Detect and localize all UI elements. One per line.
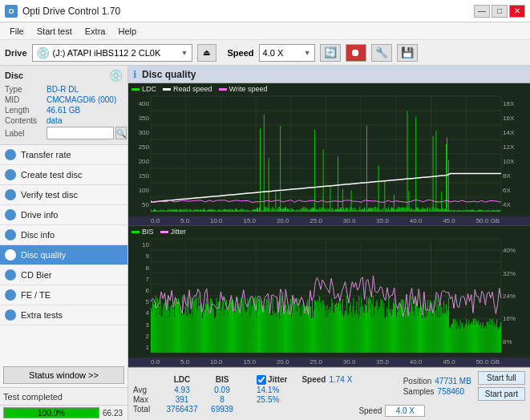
legend-read-speed: Read speed bbox=[163, 85, 212, 93]
start-part-button[interactable]: Start part bbox=[478, 387, 525, 401]
sidebar-item-cd-bier[interactable]: CD Bier bbox=[0, 265, 127, 285]
sidebar-item-disc-info[interactable]: Disc info bbox=[0, 225, 127, 245]
bis-legend-text: BIS bbox=[142, 228, 154, 236]
close-button[interactable]: ✕ bbox=[509, 5, 525, 18]
jitter-checkbox[interactable] bbox=[257, 375, 266, 385]
total-bis: 69939 bbox=[202, 405, 242, 414]
create-test-icon bbox=[5, 169, 16, 180]
chart2-area: BIS Jitter bbox=[128, 226, 530, 357]
title-bar-left: O Opti Drive Control 1.70 bbox=[5, 5, 120, 18]
verify-test-label: Verify test disc bbox=[21, 190, 78, 200]
speed-value: 4.0 X bbox=[263, 48, 301, 58]
sidebar-item-extra-tests[interactable]: Extra tests bbox=[0, 305, 127, 325]
menu-file[interactable]: File bbox=[3, 25, 30, 38]
speed-selector[interactable]: 4.0 X ▼ bbox=[259, 44, 315, 62]
sidebar-item-transfer-rate[interactable]: Transfer rate bbox=[0, 145, 127, 165]
settings-button[interactable]: 🔧 bbox=[371, 44, 392, 62]
disc-info-icon bbox=[5, 229, 16, 240]
legend-bis: BIS bbox=[131, 228, 154, 236]
disc-contents-row: Contents data bbox=[5, 116, 123, 125]
eject-button[interactable]: ⏏ bbox=[197, 44, 216, 62]
sidebar-item-disc-quality[interactable]: Disc quality bbox=[0, 245, 127, 265]
drive-selector[interactable]: 💿 (J:) ATAPI iHBS112 2 CL0K ▼ bbox=[32, 44, 192, 62]
progress-bar-container: 100.0% bbox=[3, 407, 99, 418]
samples-value: 758460 bbox=[438, 387, 464, 396]
fe-te-icon bbox=[5, 289, 16, 301]
progress-text: 100.0% bbox=[4, 408, 99, 419]
menu-extra[interactable]: Extra bbox=[79, 25, 112, 38]
record-button[interactable]: ⏺ bbox=[346, 44, 366, 62]
chart2-x-axis: 0.0 5.0 10.0 15.0 20.0 25.0 30.0 35.0 40… bbox=[128, 357, 530, 366]
verify-test-icon bbox=[5, 189, 16, 200]
chart1-wrapper: LDC Read speed Write speed bbox=[128, 83, 530, 226]
drive-info-icon bbox=[5, 209, 16, 220]
disc-info-label: Disc info bbox=[21, 230, 55, 240]
sidebar-item-verify-test-disc[interactable]: Verify test disc bbox=[0, 185, 127, 205]
status-window-button[interactable]: Status window >> bbox=[3, 366, 124, 384]
max-bis: 8 bbox=[202, 395, 242, 404]
start-full-button[interactable]: Start full bbox=[478, 371, 525, 385]
menu-start-test[interactable]: Start test bbox=[30, 25, 79, 38]
disc-type-row: Type BD-R DL bbox=[5, 85, 123, 94]
refresh-button[interactable]: 🔄 bbox=[320, 44, 341, 62]
status-right-value: 66.23 bbox=[103, 409, 123, 418]
menu-help[interactable]: Help bbox=[111, 25, 143, 38]
speed-dropdown-label: Speed bbox=[358, 406, 382, 415]
save-button[interactable]: 💾 bbox=[397, 44, 418, 62]
disc-mid-label: MID bbox=[5, 95, 47, 104]
disc-mid-value: CMCMAGDI6 (000) bbox=[47, 95, 116, 104]
disc-quality-header: ℹ Disc quality bbox=[128, 66, 530, 83]
extra-tests-icon bbox=[5, 309, 16, 321]
ldc-legend-dot bbox=[131, 88, 140, 91]
chart1-area: LDC Read speed Write speed bbox=[128, 83, 530, 216]
disc-mid-row: MID CMCMAGDI6 (000) bbox=[5, 95, 123, 104]
sidebar-item-drive-info[interactable]: Drive info bbox=[0, 205, 127, 225]
chart2-canvas bbox=[128, 226, 530, 356]
status-text: Test completed bbox=[3, 392, 63, 402]
disc-quality-title: Disc quality bbox=[142, 69, 196, 80]
nav-items: Transfer rate Create test disc Verify te… bbox=[0, 145, 127, 363]
sidebar-item-create-test-disc[interactable]: Create test disc bbox=[0, 165, 127, 185]
disc-label-row: Label 🔍 bbox=[5, 127, 123, 139]
disc-icon: 💿 bbox=[109, 69, 123, 82]
app-title: Opti Drive Control 1.70 bbox=[22, 6, 120, 17]
cd-bier-label: CD Bier bbox=[21, 270, 52, 280]
disc-quality-header-icon: ℹ bbox=[133, 69, 137, 80]
minimize-button[interactable]: — bbox=[474, 5, 490, 18]
ldc-legend-text: LDC bbox=[142, 85, 156, 93]
drive-value: (J:) ATAPI iHBS112 2 CL0K bbox=[53, 48, 178, 58]
disc-length-row: Length 46.61 GB bbox=[5, 106, 123, 115]
write-speed-legend-dot bbox=[219, 88, 227, 91]
legend-jitter: Jitter bbox=[160, 228, 187, 236]
max-ldc: 391 bbox=[162, 395, 202, 404]
max-label: Max bbox=[133, 395, 162, 404]
disc-quality-icon bbox=[5, 249, 16, 260]
disc-type-value: BD-R DL bbox=[47, 85, 79, 94]
disc-label-input[interactable] bbox=[47, 127, 114, 139]
sidebar-item-fe-te[interactable]: FE / TE bbox=[0, 285, 127, 305]
disc-length-label: Length bbox=[5, 106, 47, 115]
maximize-button[interactable]: □ bbox=[492, 5, 508, 18]
read-speed-legend-text: Read speed bbox=[173, 85, 212, 93]
disc-length-value: 46.61 GB bbox=[47, 106, 80, 115]
avg-bis: 0.09 bbox=[202, 386, 242, 394]
avg-label: Avg bbox=[133, 386, 162, 394]
total-label: Total bbox=[133, 405, 162, 414]
status-bar: Test completed bbox=[0, 387, 127, 405]
avg-ldc: 4.93 bbox=[162, 386, 202, 394]
fe-te-label: FE / TE bbox=[21, 290, 51, 300]
disc-contents-label: Contents bbox=[5, 116, 47, 125]
stats-panel: LDC BIS Jitter Speed 1.74 X Avg bbox=[128, 367, 530, 420]
header-speed: Speed bbox=[301, 375, 326, 384]
disc-panel: Disc 💿 Type BD-R DL MID CMCMAGDI6 (000) … bbox=[0, 66, 127, 145]
create-test-label: Create test disc bbox=[21, 170, 82, 180]
extra-tests-label: Extra tests bbox=[21, 310, 63, 320]
disc-label-browse-button[interactable]: 🔍 bbox=[115, 127, 127, 139]
disc-label: Disc bbox=[5, 71, 23, 80]
speed-dropdown[interactable]: 4.0 X bbox=[385, 405, 425, 417]
samples-label: Samples bbox=[403, 387, 435, 396]
disc-contents-value: data bbox=[47, 116, 62, 125]
drive-label: Drive bbox=[5, 48, 27, 58]
chart2-legend: BIS Jitter bbox=[131, 228, 186, 236]
title-controls: — □ ✕ bbox=[474, 5, 525, 18]
